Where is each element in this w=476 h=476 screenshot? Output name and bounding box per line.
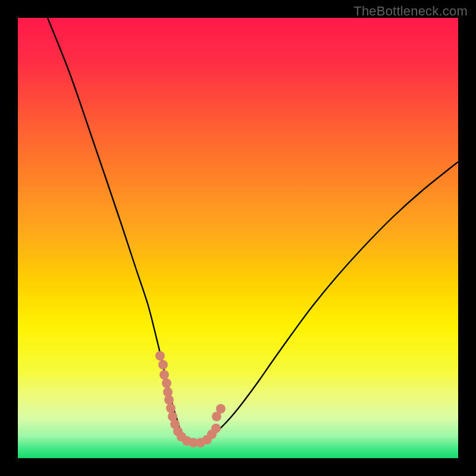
curve-marker <box>164 395 174 405</box>
curve-marker <box>162 378 171 388</box>
curve-marker <box>159 370 169 380</box>
curve-marker <box>155 351 165 361</box>
curve-marker <box>211 424 221 433</box>
curve-marker <box>158 360 168 369</box>
bottleneck-chart <box>0 0 476 476</box>
curve-marker <box>216 404 226 414</box>
gradient-background <box>18 18 458 458</box>
chart-stage: TheBottleneck.com <box>0 0 476 476</box>
watermark-text: TheBottleneck.com <box>353 4 468 19</box>
curve-marker <box>166 403 176 413</box>
